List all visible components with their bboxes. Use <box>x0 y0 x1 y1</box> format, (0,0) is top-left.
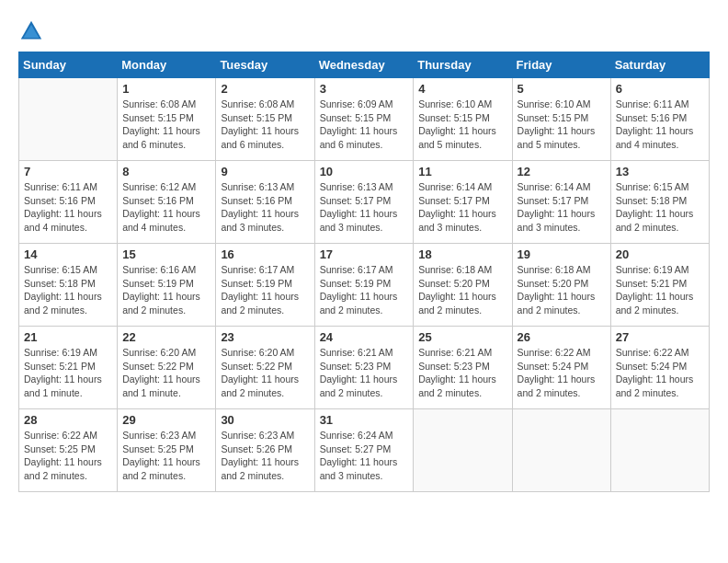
calendar-cell: 12Sunrise: 6:14 AMSunset: 5:17 PMDayligh… <box>512 161 610 244</box>
weekday-header: Tuesday <box>216 52 314 78</box>
page-header <box>18 18 710 44</box>
day-number: 29 <box>122 413 210 427</box>
day-number: 19 <box>518 247 606 261</box>
calendar-cell: 18Sunrise: 6:18 AMSunset: 5:20 PMDayligh… <box>414 244 512 327</box>
calendar-cell: 27Sunrise: 6:22 AMSunset: 5:24 PMDayligh… <box>610 327 709 409</box>
day-number: 7 <box>24 165 112 178</box>
day-detail: Sunrise: 6:08 AMSunset: 5:15 PMDaylight:… <box>122 98 210 152</box>
day-detail: Sunrise: 6:19 AMSunset: 5:21 PMDaylight:… <box>24 346 112 400</box>
day-detail: Sunrise: 6:22 AMSunset: 5:24 PMDaylight:… <box>616 346 704 400</box>
calendar-cell: 29Sunrise: 6:23 AMSunset: 5:25 PMDayligh… <box>118 409 216 492</box>
calendar-cell: 25Sunrise: 6:21 AMSunset: 5:23 PMDayligh… <box>414 327 512 409</box>
day-detail: Sunrise: 6:24 AMSunset: 5:27 PMDaylight:… <box>320 429 409 483</box>
calendar-cell: 13Sunrise: 6:15 AMSunset: 5:18 PMDayligh… <box>610 161 709 244</box>
calendar-cell: 11Sunrise: 6:14 AMSunset: 5:17 PMDayligh… <box>414 161 512 244</box>
day-detail: Sunrise: 6:10 AMSunset: 5:15 PMDaylight:… <box>418 98 506 152</box>
day-number: 17 <box>320 247 409 261</box>
day-detail: Sunrise: 6:08 AMSunset: 5:15 PMDaylight:… <box>221 98 309 152</box>
calendar-cell: 2Sunrise: 6:08 AMSunset: 5:15 PMDaylight… <box>216 78 314 161</box>
calendar-cell: 14Sunrise: 6:15 AMSunset: 5:18 PMDayligh… <box>19 244 118 327</box>
day-detail: Sunrise: 6:12 AMSunset: 5:16 PMDaylight:… <box>122 180 210 235</box>
day-detail: Sunrise: 6:18 AMSunset: 5:20 PMDaylight:… <box>518 263 606 317</box>
day-detail: Sunrise: 6:14 AMSunset: 5:17 PMDaylight:… <box>518 180 606 235</box>
calendar-week-row: 21Sunrise: 6:19 AMSunset: 5:21 PMDayligh… <box>19 327 710 409</box>
calendar-cell: 17Sunrise: 6:17 AMSunset: 5:19 PMDayligh… <box>314 244 414 327</box>
day-detail: Sunrise: 6:10 AMSunset: 5:15 PMDaylight:… <box>518 98 606 152</box>
calendar-cell: 1Sunrise: 6:08 AMSunset: 5:15 PMDaylight… <box>118 78 216 161</box>
calendar-week-row: 14Sunrise: 6:15 AMSunset: 5:18 PMDayligh… <box>19 244 710 327</box>
calendar-week-row: 1Sunrise: 6:08 AMSunset: 5:15 PMDaylight… <box>19 78 710 161</box>
calendar-cell <box>414 409 512 492</box>
calendar-cell: 21Sunrise: 6:19 AMSunset: 5:21 PMDayligh… <box>19 327 118 409</box>
day-number: 27 <box>616 330 704 344</box>
day-number: 23 <box>221 330 309 344</box>
day-number: 31 <box>320 413 409 427</box>
calendar-cell: 16Sunrise: 6:17 AMSunset: 5:19 PMDayligh… <box>216 244 314 327</box>
calendar-header: SundayMondayTuesdayWednesdayThursdayFrid… <box>19 52 710 78</box>
calendar-cell: 28Sunrise: 6:22 AMSunset: 5:25 PMDayligh… <box>19 409 118 492</box>
day-detail: Sunrise: 6:18 AMSunset: 5:20 PMDaylight:… <box>418 263 506 317</box>
calendar-cell <box>610 409 709 492</box>
calendar-table: SundayMondayTuesdayWednesdayThursdayFrid… <box>18 52 710 492</box>
weekday-header: Friday <box>512 52 610 78</box>
day-detail: Sunrise: 6:17 AMSunset: 5:19 PMDaylight:… <box>320 263 409 317</box>
day-number: 28 <box>24 413 112 427</box>
calendar-cell <box>512 409 610 492</box>
weekday-header: Saturday <box>610 52 709 78</box>
logo <box>18 18 48 44</box>
day-detail: Sunrise: 6:23 AMSunset: 5:25 PMDaylight:… <box>122 429 210 483</box>
day-number: 21 <box>24 330 112 344</box>
day-number: 18 <box>418 247 506 261</box>
day-number: 8 <box>122 165 210 178</box>
calendar-cell: 24Sunrise: 6:21 AMSunset: 5:23 PMDayligh… <box>314 327 414 409</box>
weekday-header: Wednesday <box>314 52 414 78</box>
weekday-header: Thursday <box>414 52 512 78</box>
calendar-cell: 15Sunrise: 6:16 AMSunset: 5:19 PMDayligh… <box>118 244 216 327</box>
day-number: 1 <box>122 82 210 96</box>
weekday-header: Monday <box>118 52 216 78</box>
day-detail: Sunrise: 6:22 AMSunset: 5:25 PMDaylight:… <box>24 429 112 483</box>
calendar-cell: 3Sunrise: 6:09 AMSunset: 5:15 PMDaylight… <box>314 78 414 161</box>
calendar-cell: 5Sunrise: 6:10 AMSunset: 5:15 PMDaylight… <box>512 78 610 161</box>
day-number: 10 <box>320 165 409 178</box>
calendar-cell <box>19 78 118 161</box>
day-detail: Sunrise: 6:17 AMSunset: 5:19 PMDaylight:… <box>221 263 309 317</box>
calendar-week-row: 7Sunrise: 6:11 AMSunset: 5:16 PMDaylight… <box>19 161 710 244</box>
day-detail: Sunrise: 6:22 AMSunset: 5:24 PMDaylight:… <box>518 346 606 400</box>
day-detail: Sunrise: 6:09 AMSunset: 5:15 PMDaylight:… <box>320 98 409 152</box>
calendar-cell: 9Sunrise: 6:13 AMSunset: 5:16 PMDaylight… <box>216 161 314 244</box>
calendar-body: 1Sunrise: 6:08 AMSunset: 5:15 PMDaylight… <box>19 78 710 492</box>
day-number: 2 <box>221 82 309 96</box>
day-number: 22 <box>122 330 210 344</box>
day-detail: Sunrise: 6:15 AMSunset: 5:18 PMDaylight:… <box>616 180 704 235</box>
calendar-cell: 8Sunrise: 6:12 AMSunset: 5:16 PMDaylight… <box>118 161 216 244</box>
day-number: 11 <box>418 165 506 178</box>
day-number: 4 <box>418 82 506 96</box>
day-number: 14 <box>24 247 112 261</box>
calendar-cell: 20Sunrise: 6:19 AMSunset: 5:21 PMDayligh… <box>610 244 709 327</box>
calendar-cell: 23Sunrise: 6:20 AMSunset: 5:22 PMDayligh… <box>216 327 314 409</box>
day-detail: Sunrise: 6:23 AMSunset: 5:26 PMDaylight:… <box>221 429 309 483</box>
day-number: 20 <box>616 247 704 261</box>
day-detail: Sunrise: 6:20 AMSunset: 5:22 PMDaylight:… <box>221 346 309 400</box>
day-detail: Sunrise: 6:19 AMSunset: 5:21 PMDaylight:… <box>616 263 704 317</box>
calendar-week-row: 28Sunrise: 6:22 AMSunset: 5:25 PMDayligh… <box>19 409 710 492</box>
day-detail: Sunrise: 6:14 AMSunset: 5:17 PMDaylight:… <box>418 180 506 235</box>
calendar-cell: 31Sunrise: 6:24 AMSunset: 5:27 PMDayligh… <box>314 409 414 492</box>
day-number: 3 <box>320 82 409 96</box>
calendar-cell: 30Sunrise: 6:23 AMSunset: 5:26 PMDayligh… <box>216 409 314 492</box>
day-number: 5 <box>518 82 606 96</box>
day-number: 13 <box>616 165 704 178</box>
day-number: 26 <box>518 330 606 344</box>
day-detail: Sunrise: 6:13 AMSunset: 5:16 PMDaylight:… <box>221 180 309 235</box>
day-detail: Sunrise: 6:13 AMSunset: 5:17 PMDaylight:… <box>320 180 409 235</box>
day-number: 9 <box>221 165 309 178</box>
weekday-header: Sunday <box>19 52 118 78</box>
day-number: 25 <box>418 330 506 344</box>
calendar-cell: 6Sunrise: 6:11 AMSunset: 5:16 PMDaylight… <box>610 78 709 161</box>
calendar-cell: 22Sunrise: 6:20 AMSunset: 5:22 PMDayligh… <box>118 327 216 409</box>
day-detail: Sunrise: 6:21 AMSunset: 5:23 PMDaylight:… <box>320 346 409 400</box>
day-number: 24 <box>320 330 409 344</box>
calendar-cell: 10Sunrise: 6:13 AMSunset: 5:17 PMDayligh… <box>314 161 414 244</box>
calendar-cell: 7Sunrise: 6:11 AMSunset: 5:16 PMDaylight… <box>19 161 118 244</box>
